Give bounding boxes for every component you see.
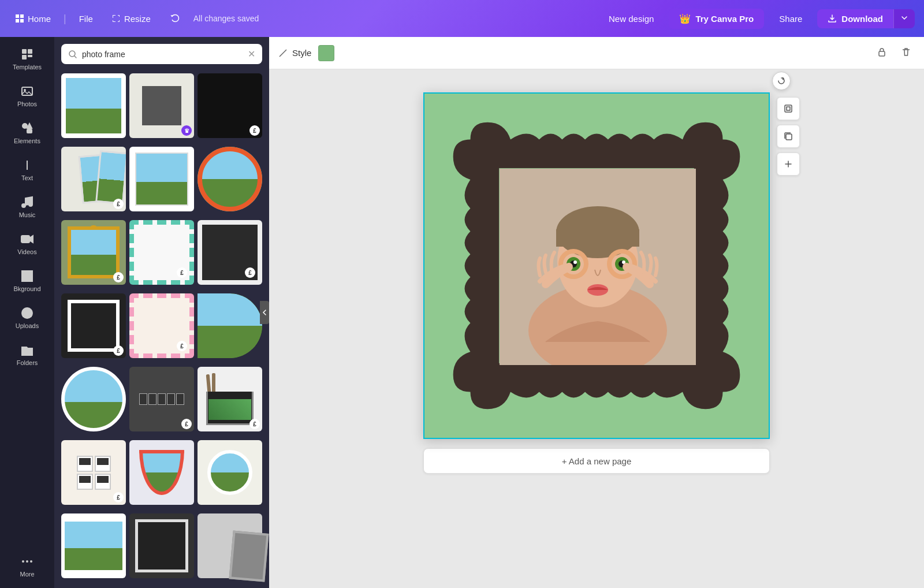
svg-rect-2 xyxy=(22,55,27,59)
style-icon xyxy=(278,49,288,58)
lock-button[interactable] xyxy=(873,43,891,62)
canvas-duplicate-button[interactable] xyxy=(777,125,800,148)
canvas-page[interactable] xyxy=(423,92,770,439)
list-item[interactable] xyxy=(198,440,262,505)
sidebar-item-more[interactable]: More xyxy=(4,549,50,583)
panel-search-area: ✕ xyxy=(54,37,269,69)
list-item[interactable]: £ xyxy=(61,293,126,358)
svg-rect-1 xyxy=(28,49,32,54)
toolbar-right xyxy=(873,43,915,62)
list-item[interactable] xyxy=(61,367,126,431)
svg-rect-3 xyxy=(28,55,32,57)
list-item[interactable]: £ xyxy=(129,367,194,431)
list-item[interactable]: £ xyxy=(61,220,126,285)
svg-rect-0 xyxy=(22,49,27,54)
svg-point-13 xyxy=(22,560,24,563)
home-label: Home xyxy=(28,14,51,24)
search-box: ✕ xyxy=(61,44,262,64)
svg-point-10 xyxy=(29,203,32,206)
search-clear-button[interactable]: ✕ xyxy=(248,49,255,59)
sidebar-item-folders[interactable]: Folders xyxy=(4,337,50,372)
delete-button[interactable] xyxy=(897,43,915,62)
sidebar-item-uploads[interactable]: Uploads xyxy=(4,300,50,335)
share-button[interactable]: Share xyxy=(770,9,811,28)
svg-point-15 xyxy=(30,560,32,563)
undo-button[interactable] xyxy=(163,9,187,28)
sidebar-item-music[interactable]: Music xyxy=(4,189,50,224)
canvas-area: Style xyxy=(269,37,924,588)
canvas-add-button[interactable] xyxy=(777,152,800,176)
canvas-action-icons xyxy=(777,97,800,176)
svg-rect-18 xyxy=(785,105,792,112)
svg-point-32 xyxy=(573,260,577,264)
list-item[interactable]: £ xyxy=(61,440,126,505)
sidebar-item-templates[interactable]: Templates xyxy=(4,42,50,76)
svg-rect-11 xyxy=(21,236,29,243)
top-nav: Home | File Resize All changes saved New… xyxy=(0,0,924,37)
search-input[interactable] xyxy=(82,50,243,59)
new-design-button[interactable]: New design xyxy=(599,9,663,28)
color-swatch[interactable] xyxy=(318,45,334,61)
nav-divider: | xyxy=(64,13,66,25)
list-item[interactable] xyxy=(198,293,262,358)
elements-panel: ✕ ♛ £ £ xyxy=(54,37,269,588)
sidebar-item-background[interactable]: Bkground xyxy=(4,263,50,298)
rotate-handle[interactable] xyxy=(772,72,791,90)
saved-status: All changes saved xyxy=(193,14,259,23)
sidebar-item-photos[interactable]: Photos xyxy=(4,79,50,113)
main-area: Templates Photos Elements Text Music Vid… xyxy=(0,37,924,588)
sidebar-item-elements[interactable]: Elements xyxy=(4,116,50,150)
list-item[interactable] xyxy=(129,147,194,211)
download-button-wrap: Download xyxy=(817,9,915,28)
photo-inner[interactable] xyxy=(500,169,696,365)
list-item[interactable]: £ xyxy=(198,367,262,431)
list-item[interactable] xyxy=(61,73,126,138)
svg-rect-19 xyxy=(786,134,792,140)
list-item[interactable]: £ xyxy=(129,220,194,285)
resize-button[interactable]: Resize xyxy=(106,10,157,27)
elements-grid: ♛ £ £ £ £ xyxy=(54,69,269,588)
svg-marker-7 xyxy=(27,124,32,128)
list-item[interactable] xyxy=(198,147,262,211)
person-illustration xyxy=(500,169,696,365)
style-label-area: Style xyxy=(278,48,311,58)
search-icon xyxy=(68,50,77,59)
canvas-mask-button[interactable] xyxy=(777,97,800,120)
svg-point-9 xyxy=(22,204,25,207)
svg-rect-25 xyxy=(556,229,639,247)
download-button[interactable]: Download xyxy=(817,9,893,28)
canvas-wrapper: + Add a new page xyxy=(423,92,770,474)
list-item[interactable]: £ xyxy=(61,147,126,211)
svg-point-14 xyxy=(26,560,28,563)
svg-rect-8 xyxy=(27,129,32,133)
list-item[interactable]: £ xyxy=(198,220,262,285)
list-item[interactable]: £ xyxy=(198,73,262,138)
list-item[interactable] xyxy=(129,513,194,578)
sidebar-left: Templates Photos Elements Text Music Vid… xyxy=(0,37,54,588)
sidebar-item-videos[interactable]: Videos xyxy=(4,226,50,261)
file-button[interactable]: File xyxy=(73,10,99,27)
canvas-scroll[interactable]: + Add a new page xyxy=(269,69,924,588)
home-button[interactable]: Home xyxy=(9,10,57,27)
nav-right: New design 👑 Try Canva Pro Share Downloa… xyxy=(599,9,915,29)
canvas-toolbar: Style xyxy=(269,37,924,69)
hide-panel-button[interactable] xyxy=(260,301,269,324)
list-item[interactable] xyxy=(129,440,194,505)
svg-point-6 xyxy=(23,124,27,128)
svg-point-12 xyxy=(22,308,32,318)
list-item[interactable]: ♛ xyxy=(129,73,194,138)
add-page-button[interactable]: + Add a new page xyxy=(423,448,770,474)
list-item[interactable] xyxy=(61,513,126,578)
list-item[interactable] xyxy=(198,513,262,578)
list-item[interactable]: £ xyxy=(129,293,194,358)
download-chevron-button[interactable] xyxy=(893,9,915,28)
svg-rect-17 xyxy=(879,51,885,56)
try-pro-button[interactable]: 👑 Try Canva Pro xyxy=(669,9,764,29)
sidebar-item-text[interactable]: Text xyxy=(4,152,50,187)
